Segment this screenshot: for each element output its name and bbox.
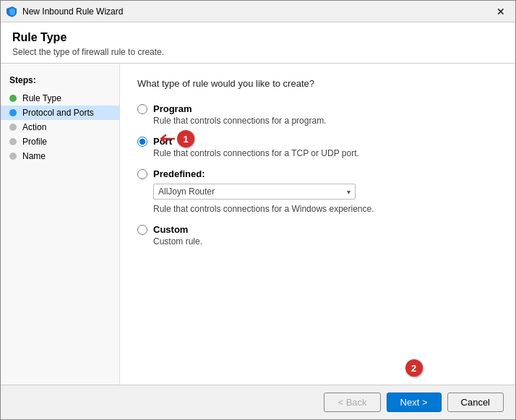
sidebar-item-rule-type[interactable]: Rule Type [1,91,119,106]
radio-predefined[interactable] [137,169,147,179]
desc-port: Rule that controls connections for a TCP… [137,148,498,158]
step-indicator-rule-type [9,95,17,102]
page-title: Rule Type [12,31,504,44]
label-predefined[interactable]: Predefined: [153,168,205,179]
predefined-dropdown[interactable]: AllJoyn Router ▾ [153,184,356,200]
option-row-port: Port 1 [137,136,498,147]
sidebar-item-name[interactable]: Name [1,149,119,163]
radio-port[interactable] [137,137,147,147]
step-indicator-profile [9,138,17,145]
radio-program[interactable] [137,104,147,114]
footer: < Back 2 Next > Cancel [1,385,515,419]
annotation-1-container: 1 [177,130,194,147]
step-indicator-protocol [9,109,17,116]
next-button[interactable]: Next > [387,393,442,412]
main-content: Steps: Rule Type Protocol and Ports Acti… [1,64,515,385]
option-row-predefined: Predefined: [137,168,498,179]
window-icon [7,6,18,17]
label-custom[interactable]: Custom [153,224,188,235]
label-program[interactable]: Program [153,103,192,114]
sidebar: Steps: Rule Type Protocol and Ports Acti… [1,64,120,385]
chevron-down-icon: ▾ [347,188,351,196]
sidebar-label-name: Name [22,151,46,161]
option-item-predefined: Predefined: AllJoyn Router ▾ Rule that c… [137,168,498,214]
wizard-window: New Inbound Rule Wizard ✕ Rule Type Sele… [0,0,516,420]
option-row-program: Program [137,103,498,114]
sidebar-item-protocol-ports[interactable]: Protocol and Ports [1,106,119,120]
window-title: New Inbound Rule Wizard [22,7,488,17]
option-item-port: Port 1 Rule that controls connections fo… [137,136,498,158]
step-indicator-name [9,153,17,160]
cancel-button[interactable]: Cancel [447,393,504,412]
content-area: What type of rule would you like to crea… [120,64,515,385]
title-bar: New Inbound Rule Wizard ✕ [1,1,515,22]
annotation-bubble-1: 1 [177,130,194,147]
desc-custom: Custom rule. [137,236,498,247]
desc-program: Rule that controls connections for a pro… [137,116,498,126]
sidebar-label-action: Action [22,122,46,132]
question-text: What type of rule would you like to crea… [137,78,498,89]
sidebar-item-profile[interactable]: Profile [1,134,119,149]
radio-custom[interactable] [137,225,147,235]
sidebar-label-profile: Profile [22,137,47,147]
step-indicator-action [9,124,17,131]
steps-label: Steps: [1,75,119,91]
option-group: Program Rule that controls connections f… [137,103,498,247]
back-button[interactable]: < Back [324,393,380,412]
sidebar-label-rule-type: Rule Type [22,93,61,103]
option-item-custom: Custom Custom rule. [137,224,498,247]
option-row-custom: Custom [137,224,498,235]
desc-predefined: Rule that controls connections for a Win… [137,204,498,214]
label-port[interactable]: Port [153,136,172,147]
next-button-wrapper: 2 Next > [387,393,442,412]
header: Rule Type Select the type of firewall ru… [1,22,515,64]
sidebar-item-action[interactable]: Action [1,120,119,134]
option-item-program: Program Rule that controls connections f… [137,103,498,126]
close-button[interactable]: ✕ [492,3,509,20]
dropdown-value: AllJoyn Router [158,187,215,197]
page-subtitle: Select the type of firewall rule to crea… [12,47,504,57]
sidebar-label-protocol: Protocol and Ports [22,108,94,118]
